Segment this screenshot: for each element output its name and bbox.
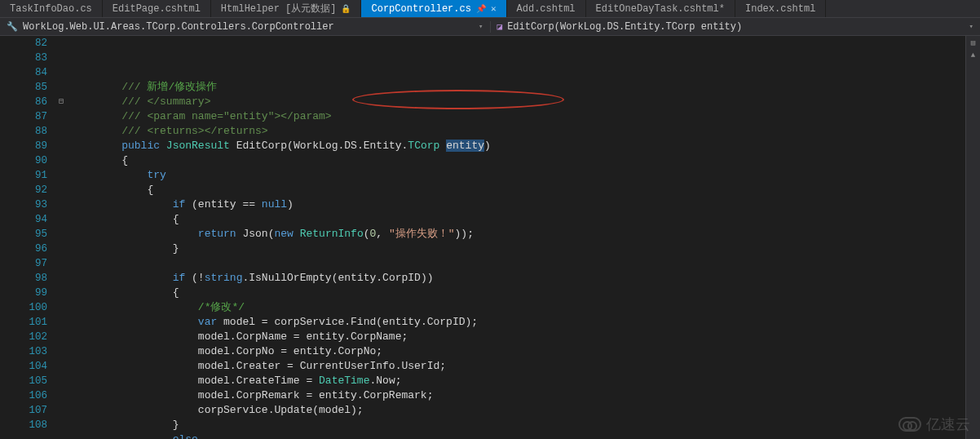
- line-number: 107: [0, 403, 47, 418]
- split-icon[interactable]: ▤: [966, 36, 980, 49]
- fold-toggle: [55, 109, 67, 124]
- code-token: /// </summary>: [121, 95, 210, 108]
- fold-gutter[interactable]: ⊟: [55, 36, 67, 439]
- code-editor[interactable]: 8283848586878889909192939495969798991001…: [0, 36, 980, 439]
- fold-toggle[interactable]: ⊟: [55, 95, 67, 109]
- line-number: 104: [0, 359, 47, 374]
- code-token: {: [121, 154, 128, 166]
- code-line[interactable]: model.CorpName = entity.CorpName;: [96, 330, 965, 344]
- code-token: ReturnInfo: [300, 228, 364, 240]
- code-line[interactable]: {: [96, 183, 965, 197]
- breadcrumb-right[interactable]: ◪ EditCorp(WorkLog.DS.Entity.TCorp entit…: [490, 21, 981, 33]
- close-icon[interactable]: ✕: [491, 3, 497, 14]
- tab[interactable]: Index.cshtml: [735, 0, 826, 17]
- code-token: string: [205, 272, 243, 284]
- line-number: 93: [0, 197, 47, 212]
- line-number: 87: [0, 109, 47, 124]
- code-line[interactable]: /// <returns></returns>: [96, 124, 965, 139]
- fold-toggle: [55, 80, 67, 95]
- code-line[interactable]: /// </summary>: [96, 95, 965, 109]
- tab[interactable]: CorpController.cs📌✕: [361, 0, 506, 17]
- line-number: 103: [0, 344, 47, 359]
- code-token: {: [173, 286, 179, 299]
- fold-toggle: [55, 403, 67, 418]
- code-line[interactable]: if (!string.IsNullOrEmpty(entity.CorpID)…: [96, 271, 965, 286]
- tab-bar: TaskInfoDao.csEditPage.cshtmlHtmlHelper …: [0, 0, 980, 18]
- code-line[interactable]: }: [96, 418, 965, 432]
- code-token: model.CorpRemark = entity.CorpRemark;: [198, 389, 434, 401]
- method-icon: ◪: [497, 21, 503, 32]
- line-number: 106: [0, 388, 47, 403]
- fold-toggle: [55, 388, 67, 403]
- code-token: (entity ==: [192, 198, 262, 211]
- code-token: Json(: [242, 228, 274, 240]
- code-line[interactable]: {: [96, 286, 965, 300]
- code-line[interactable]: {: [96, 153, 965, 168]
- code-token: TCorp: [408, 140, 446, 152]
- fold-toggle: [55, 36, 67, 51]
- breadcrumb-left[interactable]: 🔧 WorkLog.Web.UI.Areas.TCorp.Controllers…: [0, 21, 490, 33]
- tab[interactable]: TaskInfoDao.cs: [0, 0, 103, 17]
- tab-label: CorpController.cs: [371, 3, 470, 15]
- code-line[interactable]: if (entity == null): [96, 197, 965, 212]
- vertical-scrollbar[interactable]: ▤ ▲: [965, 36, 980, 439]
- line-number: 97: [0, 256, 47, 271]
- code-token: (!: [192, 272, 205, 284]
- code-line[interactable]: try: [96, 168, 965, 183]
- line-number: 85: [0, 80, 47, 95]
- code-line[interactable]: /// 新增/修改操作: [96, 80, 965, 95]
- fold-toggle: [55, 227, 67, 242]
- breadcrumb-bar: 🔧 WorkLog.Web.UI.Areas.TCorp.Controllers…: [0, 18, 980, 36]
- tab[interactable]: EditPage.cshtml: [103, 0, 211, 17]
- fold-toggle: [55, 197, 67, 212]
- line-number: 90: [0, 153, 47, 168]
- code-line[interactable]: model.CorpRemark = entity.CorpRemark;: [96, 388, 965, 403]
- pin-icon[interactable]: 📌: [476, 4, 486, 14]
- code-line[interactable]: /*修改*/: [96, 300, 965, 315]
- code-token: model.Creater = CurrentUserInfo.UserId;: [198, 360, 446, 372]
- tab[interactable]: Add.cshtml: [507, 0, 586, 17]
- code-token: "></param>: [268, 110, 332, 122]
- tab-label: HtmlHelper [从元数据]: [221, 2, 337, 16]
- tab[interactable]: HtmlHelper [从元数据]🔒: [211, 0, 362, 17]
- fold-toggle: [55, 344, 67, 359]
- fold-toggle: [55, 153, 67, 168]
- code-token: (: [364, 228, 370, 240]
- code-line[interactable]: model.CorpNo = entity.CorpNo;: [96, 344, 965, 359]
- code-line[interactable]: var model = corpService.Find(entity.Corp…: [96, 315, 965, 330]
- tab[interactable]: EditOneDayTask.cshtml*: [586, 0, 735, 17]
- breadcrumb-class: WorkLog.Web.UI.Areas.TCorp.Controllers.C…: [23, 21, 334, 33]
- code-line[interactable]: model.Creater = CurrentUserInfo.UserId;: [96, 359, 965, 374]
- line-number: 88: [0, 124, 47, 139]
- code-token: model = corpService.Find(entity.CorpID);: [223, 316, 478, 328]
- code-token: entity: [230, 110, 268, 122]
- code-line[interactable]: return Json(new ReturnInfo(0, "操作失败！"));: [96, 227, 965, 242]
- line-number: 92: [0, 183, 47, 197]
- scroll-up-arrow[interactable]: ▲: [966, 49, 980, 62]
- fold-toggle: [55, 418, 67, 432]
- code-line[interactable]: [96, 256, 965, 271]
- code-token: model.CreateTime =: [198, 375, 319, 387]
- chevron-down-icon[interactable]: ▾: [969, 22, 973, 31]
- code-line[interactable]: /// <param name="entity"></param>: [96, 109, 965, 124]
- chevron-down-icon[interactable]: ▾: [479, 22, 483, 31]
- code-line[interactable]: model.CreateTime = DateTime.Now;: [96, 374, 965, 388]
- code-token: /*修改*/: [198, 301, 245, 313]
- code-token: ): [287, 198, 294, 211]
- code-token: var: [198, 316, 223, 328]
- code-token: .IsNullOrEmpty(entity.CorpID)): [242, 272, 433, 284]
- fold-toggle: [55, 315, 67, 330]
- code-token: (: [287, 140, 294, 152]
- code-line[interactable]: public JsonResult EditCorp(WorkLog.DS.En…: [96, 139, 965, 153]
- code-line[interactable]: corpService.Update(model);: [96, 403, 965, 418]
- fold-toggle: [55, 256, 67, 271]
- code-line[interactable]: }: [96, 242, 965, 256]
- line-number: 100: [0, 300, 47, 315]
- code-line[interactable]: {: [96, 212, 965, 227]
- code-token: return: [198, 228, 243, 240]
- line-number-gutter: 8283848586878889909192939495969798991001…: [0, 36, 55, 439]
- code-area[interactable]: /// 新增/修改操作 /// </summary> /// <param na…: [67, 36, 965, 439]
- code-line[interactable]: else: [96, 432, 965, 439]
- code-token: ,: [376, 228, 389, 240]
- line-number: 95: [0, 227, 47, 242]
